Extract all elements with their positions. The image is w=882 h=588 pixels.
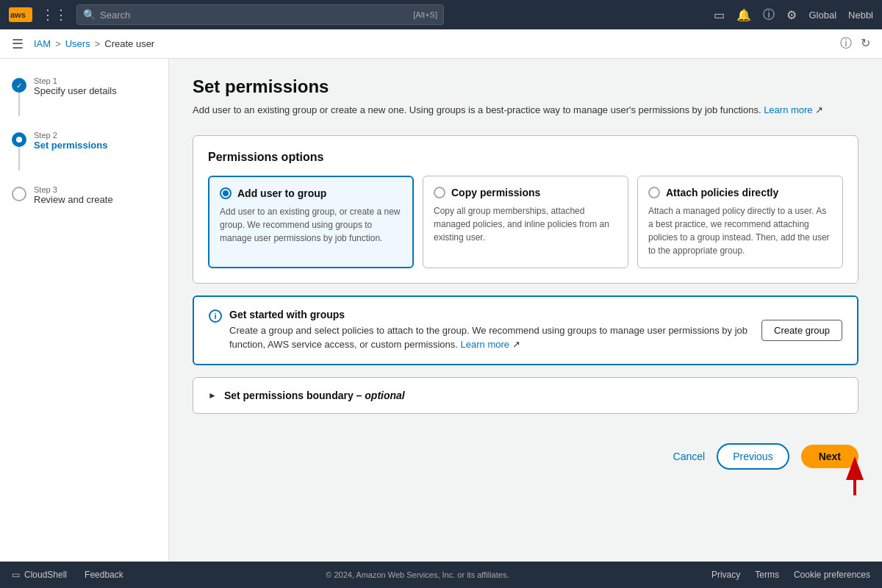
- permissions-options-title: Permissions options: [208, 151, 843, 164]
- step-2-num: Step 2: [34, 131, 107, 140]
- main-layout: ✓ Step 1 Specify user details Step 2: [0, 59, 882, 562]
- step-1-name: Specify user details: [34, 85, 117, 96]
- terms-link[interactable]: Terms: [755, 570, 779, 580]
- info-icon: i: [209, 309, 222, 323]
- learn-more-2-link[interactable]: Learn more: [461, 339, 509, 350]
- step-3-item: Step 3 Review and create: [12, 185, 157, 205]
- sidebar: ✓ Step 1 Specify user details Step 2: [0, 59, 169, 562]
- step-3-name: Review and create: [34, 194, 113, 205]
- expand-icon: ►: [208, 390, 217, 401]
- breadcrumb-current: Create user: [104, 38, 154, 49]
- search-bar[interactable]: 🔍 [Alt+S]: [76, 4, 444, 25]
- breadcrumb-sep-2: >: [95, 38, 101, 49]
- refresh-icon[interactable]: ↻: [861, 36, 870, 51]
- breadcrumb-bar: ☰ IAM > Users > Create user ⓘ ↻: [0, 29, 882, 59]
- terminal-small-icon: ▭: [12, 570, 20, 580]
- get-started-desc: Create a group and select policies to at…: [229, 323, 750, 352]
- info-circle-icon[interactable]: ⓘ: [840, 36, 852, 51]
- get-started-title: Get started with groups: [229, 309, 750, 320]
- step-3-circle: [12, 187, 26, 201]
- menu-icon[interactable]: ☰: [12, 36, 24, 52]
- next-container: Next: [801, 445, 858, 468]
- step-2-circle: [12, 132, 26, 147]
- step-2-item: Step 2 Set permissions: [12, 131, 157, 171]
- search-icon: 🔍: [83, 9, 96, 21]
- option3-radio[interactable]: [648, 187, 660, 198]
- page-title: Set permissions: [193, 76, 858, 97]
- boundary-optional: optional: [365, 390, 404, 401]
- step-2-name: Set permissions: [34, 140, 107, 151]
- option2-header: Copy permissions: [434, 187, 617, 198]
- option2-title: Copy permissions: [451, 187, 540, 198]
- svg-text:aws: aws: [10, 10, 26, 19]
- option3-header: Attach policies directly: [648, 187, 832, 198]
- search-input[interactable]: [100, 10, 413, 21]
- option-add-to-group[interactable]: Add user to group Add user to an existin…: [208, 176, 414, 268]
- nav-right: ▭ 🔔 ⓘ ⚙ Global Nebbl: [714, 7, 873, 23]
- copyright: © 2024, Amazon Web Services, Inc. or its…: [326, 570, 509, 579]
- breadcrumb-iam[interactable]: IAM: [34, 38, 51, 49]
- options-grid: Add user to group Add user to an existin…: [208, 176, 843, 268]
- aws-logo-icon: aws: [9, 7, 32, 22]
- feedback-link[interactable]: Feedback: [85, 570, 123, 580]
- breadcrumb-actions: ⓘ ↻: [840, 36, 870, 51]
- get-started-card: i Get started with groups Create a group…: [193, 295, 858, 365]
- steps-container: ✓ Step 1 Specify user details Step 2: [12, 76, 157, 205]
- top-navigation: aws ⋮⋮ 🔍 [Alt+S] ▭ 🔔 ⓘ ⚙ Global Nebbl: [0, 0, 882, 29]
- option3-title: Attach policies directly: [666, 187, 778, 198]
- option1-radio[interactable]: [220, 187, 232, 199]
- aws-logo[interactable]: aws: [9, 7, 32, 22]
- option-attach-policies[interactable]: Attach policies directly Attach a manage…: [637, 176, 843, 268]
- region-selector[interactable]: Global: [808, 10, 836, 21]
- option2-radio[interactable]: [434, 187, 445, 198]
- boundary-title: Set permissions boundary – optional: [224, 390, 405, 401]
- breadcrumb-sep-1: >: [55, 38, 61, 49]
- option2-desc: Copy all group memberships, attached man…: [434, 204, 617, 244]
- bell-icon[interactable]: 🔔: [736, 8, 751, 22]
- cookie-link[interactable]: Cookie preferences: [794, 570, 870, 580]
- option-copy-permissions[interactable]: Copy permissions Copy all group membersh…: [423, 176, 628, 268]
- grid-icon[interactable]: ⋮⋮: [41, 7, 68, 23]
- permissions-boundary-card: ► Set permissions boundary – optional: [193, 377, 858, 414]
- user-menu[interactable]: Nebbl: [848, 10, 873, 21]
- create-group-button[interactable]: Create group: [761, 320, 842, 341]
- option1-desc: Add user to an existing group, or create…: [220, 205, 402, 245]
- previous-button[interactable]: Previous: [717, 443, 789, 470]
- cancel-button[interactable]: Cancel: [673, 451, 706, 462]
- step-1-num: Step 1: [34, 76, 117, 85]
- settings-icon[interactable]: ⚙: [786, 8, 797, 22]
- option1-header: Add user to group: [220, 187, 402, 199]
- help-icon[interactable]: ⓘ: [763, 7, 775, 23]
- step-1-item: ✓ Step 1 Specify user details: [12, 76, 157, 116]
- terminal-icon[interactable]: ▭: [714, 8, 725, 22]
- content-area: Set permissions Add user to an existing …: [169, 59, 882, 562]
- step-2-label: Step 2 Set permissions: [34, 131, 107, 151]
- step-3-num: Step 3: [34, 185, 113, 194]
- step-1-circle: ✓: [12, 78, 26, 93]
- boundary-header[interactable]: ► Set permissions boundary – optional: [208, 390, 843, 401]
- search-shortcut: [Alt+S]: [413, 10, 437, 19]
- footer-actions: Cancel Previous Next: [193, 431, 858, 481]
- learn-more-link[interactable]: Learn more: [764, 104, 812, 115]
- arrow-indicator: [822, 455, 866, 501]
- breadcrumb-users[interactable]: Users: [65, 38, 90, 49]
- get-started-text: Get started with groups Create a group a…: [229, 309, 750, 352]
- footer-links: Privacy Terms Cookie preferences: [711, 570, 870, 580]
- option3-desc: Attach a managed policy directly to a us…: [648, 204, 832, 257]
- step-3-label: Step 3 Review and create: [34, 185, 113, 205]
- step-1-label: Step 1 Specify user details: [34, 76, 117, 96]
- permissions-options-card: Permissions options Add user to group Ad…: [193, 135, 858, 284]
- privacy-link[interactable]: Privacy: [711, 570, 740, 580]
- cloudshell-button[interactable]: ▭ CloudShell: [12, 570, 67, 580]
- get-started-left: i Get started with groups Create a group…: [209, 309, 750, 352]
- option1-title: Add user to group: [237, 187, 326, 199]
- bottom-bar: ▭ CloudShell Feedback © 2024, Amazon Web…: [0, 562, 882, 588]
- page-description: Add user to an existing group or create …: [193, 103, 858, 118]
